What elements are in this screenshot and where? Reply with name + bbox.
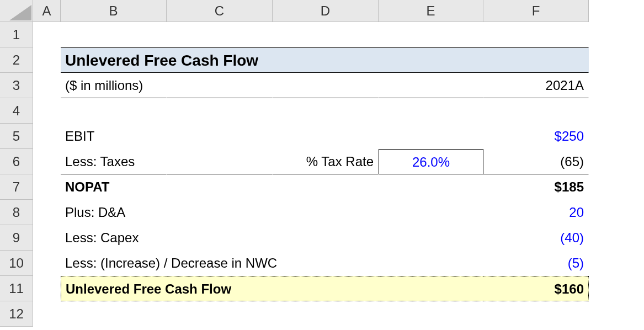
cell-C6[interactable] [167, 149, 273, 174]
cell-D4[interactable] [273, 98, 379, 124]
value-nwc[interactable]: (5) [483, 251, 589, 276]
label-plus-da[interactable]: Plus: D&A [61, 200, 167, 225]
cell-E3[interactable] [379, 73, 483, 98]
row-header-2[interactable]: 2 [0, 47, 33, 73]
cell-C9[interactable] [167, 225, 273, 251]
cell-A5[interactable] [33, 124, 61, 149]
label-less-nwc[interactable]: Less: (Increase) / Decrease in NWC [61, 251, 167, 276]
row-header-7[interactable]: 7 [0, 174, 33, 200]
value-ebit[interactable]: $250 [483, 124, 589, 149]
row-header-9[interactable]: 9 [0, 225, 33, 251]
col-header-A[interactable]: A [33, 0, 61, 22]
col-header-B[interactable]: B [61, 0, 167, 22]
cell-E10[interactable] [379, 251, 483, 276]
cell-E11[interactable] [379, 276, 483, 301]
row-header-10[interactable]: 10 [0, 251, 33, 276]
cell-C8[interactable] [167, 200, 273, 225]
cell-A7[interactable] [33, 174, 61, 200]
spreadsheet-grid: A B C D E F 1 2 Unlevered Free Cash Flow… [0, 0, 644, 327]
row-header-4[interactable]: 4 [0, 98, 33, 124]
cell-A8[interactable] [33, 200, 61, 225]
cell-C7[interactable] [167, 174, 273, 200]
value-nopat[interactable]: $185 [483, 174, 589, 200]
col-header-D[interactable]: D [273, 0, 379, 22]
value-da[interactable]: 20 [483, 200, 589, 225]
cell-C5[interactable] [167, 124, 273, 149]
cell-E12[interactable] [379, 301, 483, 327]
cell-A10[interactable] [33, 251, 61, 276]
row-header-11[interactable]: 11 [0, 276, 33, 301]
cell-C3[interactable] [167, 73, 273, 98]
cell-B12[interactable] [61, 301, 167, 327]
col-header-E[interactable]: E [379, 0, 483, 22]
cell-D10[interactable] [273, 251, 379, 276]
row-header-1[interactable]: 1 [0, 22, 33, 47]
row-header-8[interactable]: 8 [0, 200, 33, 225]
label-less-capex[interactable]: Less: Capex [61, 225, 167, 251]
cell-C1[interactable] [167, 22, 273, 47]
label-less-taxes[interactable]: Less: Taxes [61, 149, 167, 174]
cell-E5[interactable] [379, 124, 483, 149]
cell-C12[interactable] [167, 301, 273, 327]
label-ufcf[interactable]: Unlevered Free Cash Flow [61, 276, 167, 301]
label-tax-rate[interactable]: % Tax Rate [273, 149, 379, 174]
cell-A6[interactable] [33, 149, 61, 174]
cell-A11[interactable] [33, 276, 61, 301]
row-header-3[interactable]: 3 [0, 73, 33, 98]
cell-E1[interactable] [379, 22, 483, 47]
cell-D7[interactable] [273, 174, 379, 200]
subtitle-units[interactable]: ($ in millions) [61, 73, 167, 98]
cell-E8[interactable] [379, 200, 483, 225]
cell-A9[interactable] [33, 225, 61, 251]
cell-F1[interactable] [483, 22, 589, 47]
cell-E7[interactable] [379, 174, 483, 200]
cell-A3[interactable] [33, 73, 61, 98]
cell-D12[interactable] [273, 301, 379, 327]
cell-D1[interactable] [273, 22, 379, 47]
label-ebit[interactable]: EBIT [61, 124, 167, 149]
cell-B4[interactable] [61, 98, 167, 124]
cell-F12[interactable] [483, 301, 589, 327]
cell-D11[interactable] [273, 276, 379, 301]
cell-A1[interactable] [33, 22, 61, 47]
label-nopat[interactable]: NOPAT [61, 174, 167, 200]
row-header-5[interactable]: 5 [0, 124, 33, 149]
cell-F4[interactable] [483, 98, 589, 124]
row-header-12[interactable]: 12 [0, 301, 33, 327]
col-header-C[interactable]: C [167, 0, 273, 22]
cell-D9[interactable] [273, 225, 379, 251]
input-tax-rate[interactable]: 26.0% [379, 149, 483, 174]
cell-E9[interactable] [379, 225, 483, 251]
cell-C4[interactable] [167, 98, 273, 124]
value-capex[interactable]: (40) [483, 225, 589, 251]
title-cell[interactable]: Unlevered Free Cash Flow [61, 47, 589, 73]
cell-A2[interactable] [33, 47, 61, 73]
cell-A4[interactable] [33, 98, 61, 124]
cell-D3[interactable] [273, 73, 379, 98]
select-all-corner[interactable] [0, 0, 33, 22]
cell-D5[interactable] [273, 124, 379, 149]
value-ufcf[interactable]: $160 [483, 276, 589, 301]
row-header-6[interactable]: 6 [0, 149, 33, 174]
cell-D8[interactable] [273, 200, 379, 225]
cell-A12[interactable] [33, 301, 61, 327]
cell-B1[interactable] [61, 22, 167, 47]
col-header-F[interactable]: F [483, 0, 589, 22]
value-taxes[interactable]: (65) [483, 149, 589, 174]
cell-E4[interactable] [379, 98, 483, 124]
period-label[interactable]: 2021A [483, 73, 589, 98]
